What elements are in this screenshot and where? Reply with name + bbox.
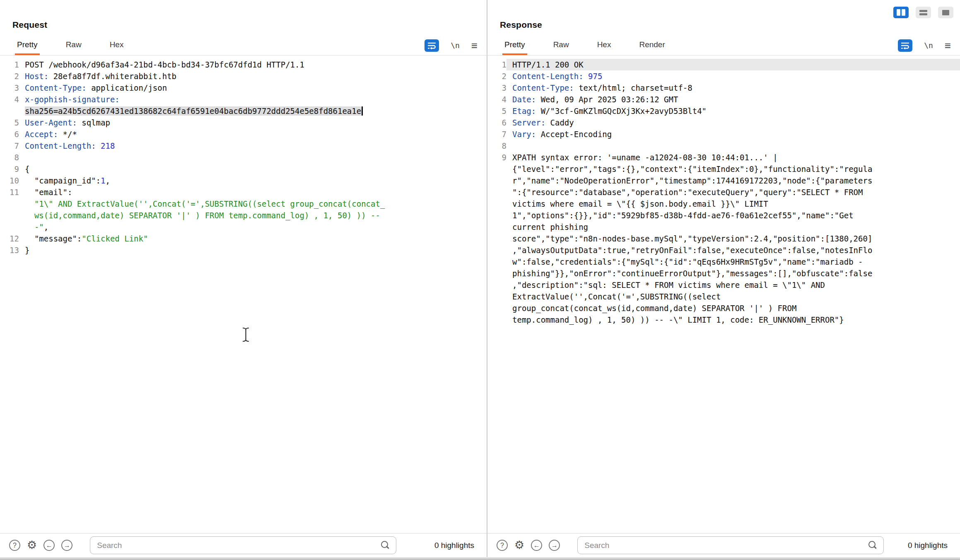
code-line: 2Content-Length: 975 <box>487 70 960 82</box>
line-number: 2 <box>0 70 19 82</box>
next-match-icon[interactable]: → <box>549 540 560 551</box>
highlights-count: 0 highlights <box>908 541 951 550</box>
code-line: 3Content-Type: text/html; charset=utf-8 <box>487 82 960 94</box>
code-line: group_concat(concat_ws(id,command,date) … <box>487 302 960 314</box>
newline-toggle-icon[interactable]: \n <box>451 41 460 50</box>
text-cursor-pointer <box>241 327 250 344</box>
code-line: 4x-gophish-signature: <box>0 94 487 105</box>
window-bottom-edge <box>0 557 960 560</box>
line-number: 6 <box>487 117 507 128</box>
code-line: {"level":"error","tags":{},"context":{"i… <box>487 163 960 175</box>
line-number: 3 <box>487 82 507 94</box>
line-number <box>0 198 19 210</box>
response-panel-title: Response <box>500 20 960 30</box>
code-line: ExtractValue('',Concat('=',SUBSTRING((se… <box>487 291 960 302</box>
code-line: ":{"resource":"database","operation":"ex… <box>487 186 960 198</box>
request-panel: Request PrettyRawHex \n ≡ 1POST /webhook… <box>0 0 487 557</box>
code-line: -", <box>0 221 487 233</box>
request-tabs: PrettyRawHex <box>15 36 150 55</box>
line-number: 6 <box>0 128 19 140</box>
code-line: 3Content-Type: application/json <box>0 82 487 94</box>
line-number: 5 <box>487 105 507 117</box>
layout-switcher <box>893 7 953 18</box>
repeater-workspace: Request PrettyRawHex \n ≡ 1POST /webhook… <box>0 0 960 557</box>
line-number: 3 <box>0 82 19 94</box>
line-number <box>487 186 507 198</box>
line-number: 7 <box>0 140 19 152</box>
gear-icon[interactable]: ⚙ <box>27 540 37 551</box>
line-number: 8 <box>0 152 19 163</box>
hamburger-menu-icon[interactable]: ≡ <box>471 40 478 51</box>
response-tabbar: PrettyRawHexRender \n ≡ <box>487 36 960 56</box>
tab-raw[interactable]: Raw <box>551 36 571 55</box>
request-footer: ? ⚙ ← → 0 highlights <box>0 533 487 557</box>
line-number: 10 <box>0 175 19 186</box>
response-panel: Response PrettyRawHexRender \n ≡ 1HTTP/1… <box>487 0 960 557</box>
tab-render[interactable]: Render <box>637 36 667 55</box>
help-icon[interactable]: ? <box>9 540 20 551</box>
code-line: 5Etag: W/"3cf-GmKZlmGQcDXj3Kx+2avyD53Blt… <box>487 105 960 117</box>
response-footer: ? ⚙ ← → 0 highlights <box>487 533 960 557</box>
tab-pretty[interactable]: Pretty <box>15 36 40 55</box>
gear-icon[interactable]: ⚙ <box>514 540 524 551</box>
code-line: 2Host: 28efa8f7df.whiterabbit.htb <box>0 70 487 82</box>
code-line: 4Date: Wed, 09 Apr 2025 03:26:12 GMT <box>487 94 960 105</box>
code-line: 11 "email": <box>0 186 487 198</box>
code-line: ,"alwaysOutputData":true,"retryOnFail":f… <box>487 244 960 256</box>
text-caret <box>362 106 363 116</box>
response-tabs: PrettyRawHexRender <box>502 36 691 55</box>
request-tab-tools: \n ≡ <box>425 36 487 55</box>
newline-toggle-icon[interactable]: \n <box>924 41 933 50</box>
line-number: 13 <box>0 244 19 256</box>
code-line: 13} <box>0 244 487 256</box>
line-number <box>487 175 507 186</box>
search-input[interactable] <box>90 536 396 554</box>
next-match-icon[interactable]: → <box>61 540 72 551</box>
code-line: r","name":"NodeOperationError","timestam… <box>487 175 960 186</box>
code-line: 6Accept: */* <box>0 128 487 140</box>
line-number: 5 <box>0 117 19 128</box>
prev-match-icon[interactable]: ← <box>43 540 55 551</box>
prev-match-icon[interactable]: ← <box>531 540 542 551</box>
layout-single-button[interactable] <box>938 7 953 18</box>
wrap-lines-icon[interactable] <box>898 39 912 52</box>
code-line: "1\" AND ExtractValue('',Concat('=',SUBS… <box>0 198 487 210</box>
line-number: 4 <box>0 94 19 105</box>
line-number: 4 <box>487 94 507 105</box>
layout-columns-button[interactable] <box>893 7 909 18</box>
tab-raw[interactable]: Raw <box>64 36 84 55</box>
line-number <box>487 233 507 244</box>
line-number <box>487 221 507 233</box>
search-icon <box>381 541 390 550</box>
line-number <box>0 210 19 221</box>
search-icon <box>868 541 877 550</box>
request-panel-title: Request <box>12 20 487 30</box>
layout-rows-button[interactable] <box>916 7 931 18</box>
line-number: 11 <box>0 186 19 198</box>
line-number: 12 <box>0 233 19 244</box>
code-line: ,"description":"sql: SELECT * FROM victi… <box>487 279 960 291</box>
line-number <box>0 105 19 117</box>
line-number: 9 <box>0 163 19 175</box>
highlights-count: 0 highlights <box>434 541 478 550</box>
code-line: 10 "campaign_id":1, <box>0 175 487 186</box>
code-line: temp.command_log) , 1, 50) )) -- -\" LIM… <box>487 314 960 326</box>
help-icon[interactable]: ? <box>497 540 508 551</box>
request-tabbar: PrettyRawHex \n ≡ <box>0 36 487 56</box>
code-line: 5User-Agent: sqlmap <box>0 117 487 128</box>
code-line: 12 "message":"Clicked Link" <box>0 233 487 244</box>
code-line: current phishing <box>487 221 960 233</box>
line-number <box>487 163 507 175</box>
request-editor[interactable]: 1POST /webhook/d96af3a4-21bd-4bcb-bd34-3… <box>0 56 487 533</box>
response-viewer[interactable]: 1HTTP/1.1 200 OK2Content-Length: 9753Con… <box>487 56 960 533</box>
line-number <box>487 302 507 314</box>
tab-pretty[interactable]: Pretty <box>502 36 527 55</box>
code-line: 9{ <box>0 163 487 175</box>
tab-hex[interactable]: Hex <box>595 36 613 55</box>
tab-hex[interactable]: Hex <box>108 36 126 55</box>
wrap-lines-icon[interactable] <box>425 39 439 52</box>
line-number <box>487 279 507 291</box>
hamburger-menu-icon[interactable]: ≡ <box>945 40 951 51</box>
search-input[interactable] <box>577 536 884 554</box>
code-line: victims where email = \"{{ $json.body.em… <box>487 198 960 210</box>
